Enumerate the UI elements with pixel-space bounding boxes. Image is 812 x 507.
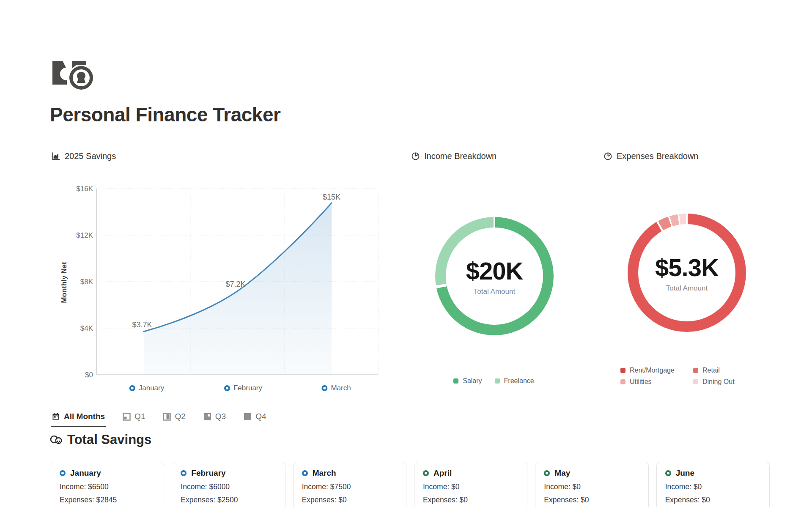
income-panel-header: Income Breakdown: [410, 149, 577, 168]
card-expenses: Expenses: $0: [665, 496, 761, 504]
expenses-panel-title: Expenses Breakdown: [617, 151, 698, 161]
legend-label: Freelance: [504, 377, 534, 385]
month-dot-icon: [544, 470, 550, 476]
card-income: Income: $7500: [302, 482, 398, 491]
expenses-total: $5.3K: [655, 253, 719, 282]
expenses-donut-chart: $5.3K Total Amount: [628, 214, 746, 332]
card-income: Income: $0: [665, 482, 761, 491]
utilities-swatch-icon: [620, 379, 625, 384]
card-header: March: [302, 466, 398, 478]
month-dot-icon: [423, 470, 429, 476]
expenses-donut-center: $5.3K Total Amount: [638, 224, 735, 321]
card-month: February: [191, 468, 225, 478]
month-dot-icon: [60, 470, 66, 476]
income-legend: Salary Freelance: [410, 377, 577, 385]
salary-swatch-icon: [453, 378, 458, 384]
month-marker-icon: [224, 385, 230, 391]
savings-panel-title: 2025 Savings: [65, 151, 116, 161]
month-dot-icon: [302, 470, 308, 476]
quarter-1-icon: [123, 413, 131, 421]
card-income: Income: $0: [544, 482, 639, 491]
tab-label: Q4: [255, 412, 266, 421]
income-total-label: Total Amount: [474, 288, 515, 296]
card-month: May: [554, 468, 570, 478]
month-marker-icon: [129, 385, 135, 391]
legend-label: Salary: [463, 377, 482, 385]
quarter-3-icon: [203, 413, 211, 421]
pie-chart-icon: [411, 152, 420, 161]
card-expenses: Expenses: $2845: [60, 496, 155, 504]
income-panel-title: Income Breakdown: [424, 151, 497, 161]
savings-chart-panel: 2025 Savings Monthly Net $16K $12K $8K $…: [51, 149, 386, 403]
x-label-january: January: [129, 384, 164, 392]
area-chart-icon: [52, 152, 60, 161]
card-expenses: Expenses: $0: [544, 496, 639, 504]
card-june[interactable]: June Income: $0 Expenses: $0 Net: $0: [656, 462, 770, 507]
dining-swatch-icon: [693, 379, 698, 384]
freelance-swatch-icon: [495, 378, 500, 384]
x-label-text: January: [139, 384, 164, 392]
card-expenses: Expenses: $0: [423, 496, 518, 504]
x-label-february: February: [224, 384, 262, 392]
income-donut-center: $20K Total Amount: [446, 227, 543, 325]
tab-q1[interactable]: Q1: [122, 409, 146, 427]
card-february[interactable]: February Income: $6000 Expenses: $2500 N…: [172, 462, 285, 507]
point-label-march: $15K: [323, 193, 340, 201]
card-header: January: [60, 466, 155, 478]
quarter-2-icon: [163, 413, 171, 421]
quarter-4-icon: [244, 413, 252, 421]
card-january[interactable]: January Income: $6500 Expenses: $2845 Ne…: [51, 462, 164, 507]
income-donut-chart: $20K Total Amount: [435, 217, 554, 335]
money-icon: [52, 58, 94, 92]
card-month: January: [70, 468, 101, 478]
page-title: Personal Finance Tracker: [50, 103, 280, 126]
card-expenses: Expenses: $0: [302, 496, 398, 504]
legend-item-rent: Rent/Mortgage: [620, 367, 693, 374]
x-label-text: February: [233, 384, 262, 392]
tab-label: All Months: [64, 412, 105, 421]
total-savings-title: Total Savings: [67, 432, 151, 447]
tab-q2[interactable]: Q2: [162, 409, 186, 427]
tab-all-months[interactable]: All Months: [51, 409, 106, 427]
legend-item-dining: Dining Out: [693, 378, 766, 386]
income-breakdown-panel: Income Breakdown $20K Total Amount Salar…: [410, 149, 577, 403]
x-label-march: March: [321, 384, 351, 392]
x-label-text: March: [331, 384, 351, 392]
pie-chart-icon: [604, 152, 612, 161]
tab-q4[interactable]: Q4: [243, 409, 267, 427]
card-income: Income: $0: [423, 482, 518, 491]
month-dot-icon: [665, 470, 671, 476]
expenses-breakdown-panel: Expenses Breakdown $5.3K Total Amount Re…: [603, 149, 770, 403]
card-march[interactable]: March Income: $7500 Expenses: $0 Net: $7…: [293, 462, 406, 507]
tab-q3[interactable]: Q3: [203, 409, 227, 427]
card-may[interactable]: May Income: $0 Expenses: $0 Net: $0: [535, 462, 648, 507]
total-savings-heading: Total Savings: [50, 432, 151, 447]
income-total: $20K: [466, 257, 523, 285]
legend-label: Rent/Mortgage: [630, 367, 675, 374]
tab-label: Q2: [175, 412, 185, 421]
card-header: April: [423, 466, 518, 478]
legend-item-utilities: Utilities: [620, 378, 693, 386]
card-header: June: [665, 466, 761, 478]
card-month: April: [433, 468, 452, 478]
card-expenses: Expenses: $2500: [181, 496, 276, 504]
point-label-january: $3.7K: [132, 321, 152, 329]
legend-label: Utilities: [630, 378, 652, 386]
expenses-total-label: Total Amount: [666, 284, 708, 293]
card-header: February: [181, 466, 276, 478]
card-april[interactable]: April Income: $0 Expenses: $0 Net: $0: [414, 462, 527, 507]
calendar-icon: [52, 412, 60, 421]
y-tick: $8K: [80, 278, 93, 286]
rent-swatch-icon: [620, 368, 625, 373]
legend-item-retail: Retail: [693, 367, 766, 374]
card-header: May: [544, 466, 639, 478]
card-month: June: [676, 468, 694, 478]
savings-line-chart: $16K $12K $8K $4K $0 $3.7K $7.2K $15K: [51, 182, 386, 384]
legend-item-salary: Salary: [453, 377, 482, 385]
month-dot-icon: [181, 470, 187, 476]
tab-label: Q1: [134, 412, 145, 421]
legend-label: Retail: [702, 367, 720, 374]
card-income: Income: $6000: [181, 482, 276, 491]
tab-label: Q3: [215, 412, 226, 421]
month-marker-icon: [321, 385, 327, 391]
